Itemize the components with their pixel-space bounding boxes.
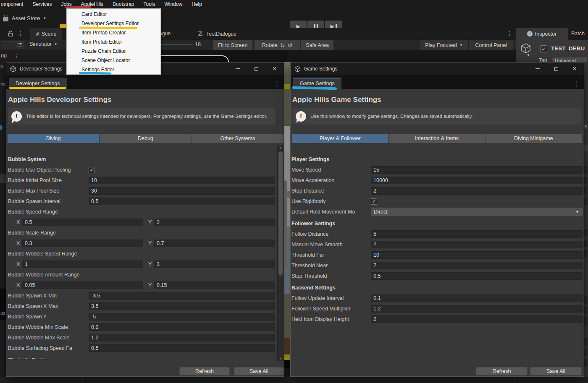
inspector-field-edge [584, 307, 587, 314]
tab-diving[interactable]: Diving [8, 134, 99, 143]
tab-player-follower[interactable]: Player & Follower [292, 134, 388, 143]
vector-x-field[interactable]: 0.3 [22, 240, 143, 247]
setting-value-field[interactable]: 0.5 [89, 344, 275, 352]
setting-value-field[interactable]: 0.5 [89, 198, 275, 205]
vector-x-field[interactable]: 0.05 [22, 281, 143, 289]
asset-store-button[interactable]: Asset Store ▼ [3, 12, 46, 24]
hierarchy-item-world-partial[interactable]: rld [1, 53, 7, 59]
minimize-button[interactable] [528, 63, 547, 75]
close-button[interactable]: × [565, 63, 584, 75]
menu-item-card-editor[interactable]: Card Editor [67, 10, 160, 19]
tab-diving-minigame[interactable]: Diving Minigame [485, 134, 582, 143]
menu-item-puzzle-chain-editor[interactable]: Puzzle Chain Editor [67, 47, 160, 56]
vector-y-field[interactable]: 3 [154, 261, 275, 268]
vector-y-field[interactable]: 0.7 [154, 240, 275, 247]
vector-x-field[interactable]: 0.5 [22, 219, 143, 226]
menu-item-item-prefab-creator[interactable]: Item Prefab Creator [67, 28, 160, 37]
setting-label: Bubble Wobble Max Scale [8, 335, 89, 341]
maximize-button[interactable] [547, 63, 565, 75]
kebab-menu-icon[interactable]: ⋮ [274, 80, 280, 88]
tab-inspector[interactable]: i Inspector [516, 28, 568, 40]
menu-item-bootstrap[interactable]: Bootstrap [108, 0, 139, 8]
setting-value-field[interactable]: 1.2 [89, 334, 275, 341]
kebab-menu-icon[interactable]: ⋮ [574, 80, 580, 88]
vector-y-field[interactable]: 0.15 [154, 281, 275, 289]
setting-value-field[interactable]: 2 [371, 241, 583, 248]
setting-checkbox[interactable]: ✓ [89, 167, 95, 173]
scrollbar[interactable]: ▲ ▼ [277, 145, 284, 361]
close-icon: × [273, 65, 276, 73]
control-panel-button[interactable]: Control Panel [468, 40, 513, 50]
zoom-slider[interactable] [160, 44, 192, 45]
vector-y-field[interactable]: 2 [154, 219, 275, 226]
setting-value-field[interactable]: 0.2 [89, 323, 275, 331]
chevron-down-icon[interactable]: ▼ [527, 53, 530, 57]
setting-value-field[interactable]: 2 [371, 315, 583, 323]
setting-value-field[interactable]: 0.1 [371, 294, 583, 302]
window-titlebar[interactable]: Game Settings × [291, 63, 584, 75]
save-all-button[interactable]: Save All [530, 367, 582, 375]
kebab-menu-icon[interactable]: ⋮ [13, 53, 19, 59]
setting-value-field[interactable]: 30 [89, 187, 275, 195]
setting-value-field[interactable]: 1.2 [371, 305, 583, 313]
tab-debug[interactable]: Debug [99, 134, 191, 143]
setting-value-field[interactable]: -5 [89, 313, 275, 320]
menu-item-tools[interactable]: Tools [139, 0, 160, 8]
simulator-dropdown[interactable]: Simulator ▼ [29, 41, 58, 47]
save-all-button[interactable]: Save All [234, 367, 284, 375]
refresh-button[interactable]: Refresh [179, 367, 230, 375]
active-checkbox[interactable]: ✓ [540, 45, 547, 52]
maximize-button[interactable] [247, 63, 265, 75]
scroll-up-icon[interactable]: ▲ [278, 146, 284, 149]
field-value: 1.2 [91, 335, 98, 341]
scrollbar-thumb[interactable] [278, 151, 283, 276]
rotate-cw-icon[interactable]: ↻ [280, 42, 285, 49]
gameobject-cube-icon[interactable] [520, 42, 532, 54]
tab-other-systems[interactable]: Other Systems [192, 134, 284, 143]
safe-area-button[interactable]: Safe Area [301, 40, 333, 50]
menu-item-services[interactable]: Services [28, 0, 56, 8]
kebab-menu-icon[interactable]: ⋮ [507, 31, 512, 36]
setting-value-field[interactable]: 7 [371, 262, 583, 269]
close-button[interactable]: × [265, 63, 284, 75]
gameobject-name[interactable]: TEST_DEBU [551, 45, 585, 52]
scroll-down-icon[interactable]: ▼ [278, 357, 284, 360]
menu-item-item-prefab-editor[interactable]: Item Prefab Editor [67, 37, 160, 47]
rotate-ccw-icon[interactable]: ↺ [287, 42, 292, 49]
check-icon: ✓ [372, 199, 376, 204]
menu-item-component[interactable]: omponent [0, 0, 28, 8]
setting-value-field[interactable]: 5 [371, 230, 583, 238]
rotate-button[interactable]: Rotate ↻ ↺ [255, 40, 300, 50]
setting-value-field[interactable]: 10000 [371, 177, 583, 184]
tab-batch-partial[interactable]: Batch [571, 31, 585, 36]
lock-icon[interactable] [8, 30, 13, 37]
menu-item-window[interactable]: Window [160, 0, 187, 8]
tab-scene[interactable]: # Scene [30, 28, 62, 40]
menu-item-scene-object-locator[interactable]: Scene Object Locator [67, 56, 160, 65]
minimize-button[interactable] [228, 63, 247, 75]
inspector-field-edge [584, 240, 587, 247]
search-input[interactable] [1, 41, 24, 49]
setting-value-field[interactable]: 10 [371, 251, 583, 259]
vector-x-field[interactable]: 1 [22, 261, 143, 268]
tab-testdialogue[interactable]: TestDialogue [193, 28, 241, 40]
setting-checkbox[interactable]: ✓ [371, 198, 377, 205]
vector-label-row: Bubble Wobble Speed Range [6, 250, 278, 258]
play-focused-dropdown[interactable]: Play Focused ▼ [420, 40, 468, 50]
setting-value-field[interactable]: -3.5 [89, 292, 275, 300]
refresh-button[interactable]: Refresh [476, 367, 528, 375]
field-value: 2 [373, 188, 376, 194]
setting-value-field[interactable]: 0.5 [371, 272, 583, 280]
setting-value-field[interactable]: 2 [371, 187, 583, 195]
kebab-menu-icon[interactable]: ⋮ [18, 31, 24, 36]
settings-row: Bubble Spawn Interval0.5 [6, 198, 278, 205]
setting-value-field[interactable]: 15 [371, 166, 583, 174]
setting-value-field[interactable]: 3.5 [89, 302, 275, 310]
setting-value-field[interactable]: 10 [89, 177, 275, 184]
tag-dropdown[interactable]: Untagged [552, 57, 587, 62]
axis-x-label: X [16, 282, 22, 288]
tab-interaction-items[interactable]: Interaction & Items [388, 134, 485, 143]
fit-to-screen-button[interactable]: Fit to Screen [213, 40, 252, 50]
menu-item-help[interactable]: Help [187, 0, 207, 8]
setting-dropdown[interactable]: Direct▼ [371, 208, 583, 216]
